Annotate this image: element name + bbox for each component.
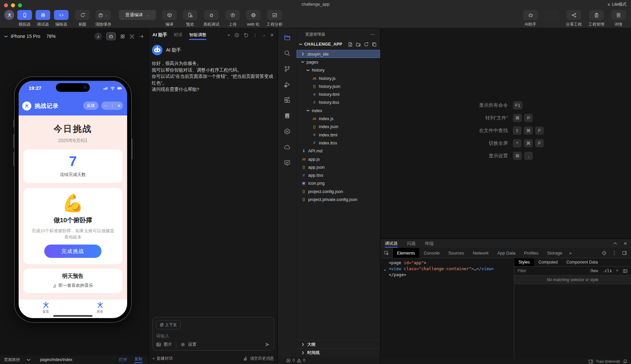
tree-item-API.md[interactable]: ⬇API.md bbox=[297, 147, 380, 155]
ai-inspect-button[interactable] bbox=[106, 32, 116, 40]
reset-icon[interactable] bbox=[244, 33, 249, 38]
user-avatar[interactable] bbox=[4, 10, 14, 20]
send-icon[interactable] bbox=[265, 342, 270, 347]
multi-device-button[interactable] bbox=[120, 34, 125, 39]
ai-input-placeholder[interactable]: 请输入 bbox=[156, 333, 271, 339]
gear-icon[interactable] bbox=[180, 342, 185, 347]
tree-item-pages[interactable]: ❯pages bbox=[297, 58, 380, 66]
toggle-hover-button[interactable]: :hov bbox=[589, 269, 598, 273]
styles-tab-component-data[interactable]: Component Data bbox=[562, 258, 602, 266]
sidebar-toggle-icon[interactable] bbox=[623, 269, 628, 273]
tree-item-index.js[interactable]: JSindex.js bbox=[297, 114, 380, 122]
activity-source-control[interactable] bbox=[284, 65, 291, 73]
code-line[interactable]: </page> bbox=[389, 272, 514, 278]
feedback-button[interactable]: 反馈 bbox=[83, 101, 99, 110]
tree-item-app.js[interactable]: JSapp.js bbox=[297, 155, 380, 163]
toolbar-button-刷新[interactable]: 刷新 bbox=[75, 10, 90, 27]
tree-item-history.ttss[interactable]: #history.ttss bbox=[297, 98, 380, 106]
expand-panel-icon[interactable] bbox=[613, 241, 618, 246]
toolbar-button-模拟器[interactable]: 模拟器 bbox=[17, 10, 32, 27]
activity-files[interactable] bbox=[284, 34, 291, 41]
activity-search[interactable] bbox=[284, 50, 291, 57]
kebab-menu-icon[interactable]: ⋮ bbox=[253, 33, 257, 37]
lite-mode-toggle[interactable]: ≡ Lite模式 bbox=[608, 2, 626, 7]
debugger-tab-问题[interactable]: 问题 bbox=[407, 239, 416, 248]
activity-run-debug[interactable] bbox=[284, 81, 291, 88]
timeline-section[interactable]: ❯ 时间线 bbox=[297, 348, 380, 357]
code-line[interactable]: <page id="app"> bbox=[389, 260, 514, 266]
tree-item-history.ttml[interactable]: ≡history.ttml bbox=[297, 90, 380, 98]
tree-item-.douyin_ide[interactable]: ❯.douyin_ide bbox=[297, 50, 380, 58]
open-path-button[interactable]: 打开 bbox=[119, 357, 127, 363]
ai-input-box[interactable]: @ 上下文 请输入 图片 设置 bbox=[152, 317, 274, 351]
activity-monitor[interactable] bbox=[284, 159, 291, 166]
tree-item-index.ttml[interactable]: ≡index.ttml bbox=[297, 131, 380, 139]
douyin-app-icon[interactable]: ♪ bbox=[95, 33, 102, 40]
debugger-tab-调试器[interactable]: 调试器 bbox=[385, 239, 398, 248]
devtools-tab-app-data[interactable]: App Data bbox=[493, 248, 520, 258]
styles-tab-styles[interactable]: Styles bbox=[514, 258, 534, 266]
tree-item-history.json[interactable]: {}history.json bbox=[297, 82, 380, 90]
toolbar-button-编译[interactable]: 编译 bbox=[162, 10, 177, 27]
styles-tab-computed[interactable]: Computed bbox=[534, 258, 562, 266]
tree-item-history[interactable]: ❯history bbox=[297, 66, 380, 74]
context-chip[interactable]: @ 上下文 bbox=[156, 320, 181, 329]
collapse-all-icon[interactable] bbox=[372, 42, 377, 47]
devtools-tab-sources[interactable]: Sources bbox=[444, 248, 469, 258]
toolbar-button-web 化[interactable]: web 化 bbox=[246, 10, 261, 27]
activity-cloud[interactable] bbox=[284, 143, 291, 151]
elements-tree[interactable]: <page id="app">▶<view class="challenge-c… bbox=[381, 258, 514, 359]
devtools-tab-storage[interactable]: Storage bbox=[543, 248, 567, 258]
dock-side-icon[interactable] bbox=[622, 251, 627, 256]
chevron-down-icon[interactable]: ❯ bbox=[4, 35, 8, 38]
devtools-tab-elements[interactable]: Elements bbox=[393, 248, 419, 258]
bell-icon[interactable] bbox=[623, 359, 628, 364]
compile-mode-select[interactable]: 普通编译 ⌄ bbox=[119, 10, 156, 20]
inspect-settings-icon[interactable] bbox=[602, 251, 607, 256]
refresh-explorer-icon[interactable] bbox=[364, 42, 369, 47]
problems-status[interactable]: 0 0 bbox=[278, 357, 380, 364]
new-chat-button[interactable]: 新建对话 bbox=[157, 356, 173, 361]
image-icon[interactable] bbox=[156, 342, 161, 347]
tree-item-app.ttss[interactable]: #app.ttss bbox=[297, 171, 380, 179]
new-folder-icon[interactable] bbox=[356, 42, 361, 47]
environment-label[interactable]: Trae (Internal) bbox=[596, 359, 620, 363]
tree-item-project.config.json[interactable]: {}project.config.json bbox=[297, 187, 380, 195]
activity-notebook[interactable] bbox=[284, 112, 291, 119]
clear-history-button[interactable]: 清空历史消息 bbox=[250, 356, 274, 361]
code-line[interactable]: ▶<view class="challenge-container">…</vi… bbox=[389, 266, 514, 272]
chevron-down-icon[interactable]: ❯ bbox=[27, 358, 31, 361]
toolbar-button-disabled[interactable] bbox=[544, 10, 559, 22]
toolbar-button-工程分析[interactable]: 工程分析 bbox=[267, 10, 283, 27]
image-button[interactable]: 图片 bbox=[164, 342, 172, 347]
settings-button[interactable]: 设置 bbox=[188, 342, 196, 347]
tree-item-index.json[interactable]: {}index.json bbox=[297, 123, 380, 131]
toolbar-button-工程管理[interactable]: 工程管理 bbox=[588, 10, 604, 27]
toolbar-button-详情[interactable]: 详情 bbox=[611, 10, 626, 27]
debugger-tab-终端[interactable]: 终端 bbox=[425, 239, 434, 248]
toolbar-button-AI助手[interactable]: AI助手 bbox=[523, 10, 538, 27]
tree-item-history.js[interactable]: JShistory.js bbox=[297, 74, 380, 82]
new-session-icon[interactable]: + bbox=[228, 33, 230, 37]
devtools-tab-console[interactable]: Console bbox=[419, 248, 444, 258]
toolbar-button-清除缓存[interactable]: ⌄清除缓存 bbox=[95, 10, 111, 27]
outline-section[interactable]: ❯ 大纲 bbox=[297, 340, 380, 348]
tab-chat[interactable]: 对话 bbox=[174, 29, 182, 41]
toolbar-button-上传[interactable]: 上传 bbox=[225, 10, 240, 27]
devtools-tab-profiles[interactable]: Profiles bbox=[520, 248, 543, 258]
activity-extensions[interactable] bbox=[284, 96, 291, 104]
close-panel-icon[interactable]: ✕ bbox=[270, 33, 274, 37]
toolbar-button-编辑器[interactable]: 编辑器 bbox=[54, 10, 69, 27]
inspect-element-button[interactable] bbox=[381, 248, 393, 258]
disclosure-triangle-icon[interactable]: ▶ bbox=[384, 267, 386, 273]
close-debugger-icon[interactable]: ✕ bbox=[624, 242, 627, 246]
devtools-tab-network[interactable]: Network bbox=[469, 248, 493, 258]
device-select[interactable]: iPhone 15 Pro bbox=[11, 34, 40, 39]
copy-path-button[interactable]: 复制 bbox=[134, 356, 142, 363]
explorer-more-icon[interactable]: ⋯ bbox=[370, 32, 375, 37]
tree-item-index[interactable]: ❯index bbox=[297, 106, 380, 114]
screenshot-button[interactable] bbox=[129, 34, 134, 39]
filter-input[interactable]: Filter bbox=[518, 269, 526, 273]
complete-challenge-button[interactable]: 完成挑战 bbox=[44, 245, 102, 258]
close-miniapp-button[interactable]: ✕ bbox=[117, 103, 121, 108]
